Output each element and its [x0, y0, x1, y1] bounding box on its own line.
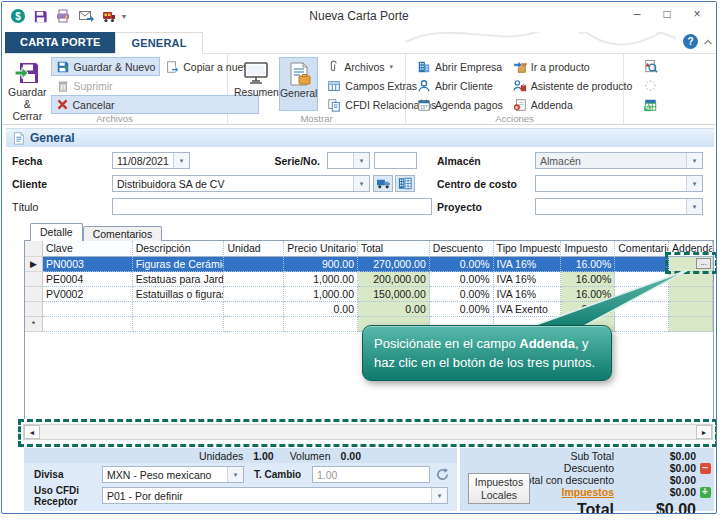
tab-general[interactable]: GENERAL: [115, 32, 202, 54]
minimize-button[interactable]: –: [622, 2, 652, 26]
divisa-select[interactable]: MXN - Peso mexicano ▾: [102, 466, 244, 483]
column-header[interactable]: Total: [358, 241, 430, 257]
grid-cell[interactable]: [224, 287, 284, 302]
abrir-empresa-button[interactable]: Abrir Empresa: [412, 57, 508, 76]
column-header[interactable]: Precio Unitario: [284, 241, 358, 257]
fecha-input[interactable]: 11/08/2021 ▾: [112, 152, 190, 169]
grid-cell[interactable]: Estatuillas o figuras ...: [133, 287, 225, 302]
grid-cell[interactable]: [133, 302, 225, 317]
tcambio-input[interactable]: 1.00: [312, 466, 430, 483]
centro-costo-dropdown-icon[interactable]: ▾: [686, 176, 702, 191]
grid-cell[interactable]: 0.00: [358, 302, 430, 317]
toolbar-options-dropdown-icon[interactable]: ▾: [122, 12, 126, 21]
unidades-value: 1.00: [253, 450, 273, 462]
tab-comentarios[interactable]: Comentarios: [83, 226, 163, 241]
column-header[interactable]: Comentarios: [615, 241, 669, 257]
section-document-icon: [12, 131, 25, 145]
help-button[interactable]: ?: [683, 34, 698, 49]
impuestos-plus-icon[interactable]: +: [700, 487, 711, 498]
grid-cell[interactable]: 150,000.00: [358, 287, 430, 302]
uso-cfdi-dropdown-icon[interactable]: ▾: [431, 488, 447, 503]
serie-input[interactable]: ▾: [327, 152, 370, 169]
proyecto-select[interactable]: ▾: [535, 198, 703, 215]
horizontal-scrollbar[interactable]: ◄ ►: [23, 424, 713, 440]
addenda-button[interactable]: e Addenda: [508, 95, 638, 114]
grid-cell[interactable]: PE0004: [43, 272, 133, 287]
ribbon-group-acciones: Abrir Empresa Abrir Cliente Agenda pagos…: [406, 54, 624, 124]
quick-print-icon[interactable]: [55, 8, 71, 24]
grid-cell[interactable]: 1,000.00: [284, 272, 358, 287]
send-email-icon[interactable]: [78, 8, 94, 24]
grid-cell[interactable]: [224, 272, 284, 287]
proyecto-dropdown-icon[interactable]: ▾: [686, 199, 702, 214]
cliente-dropdown-icon[interactable]: ▾: [353, 176, 369, 191]
grid-cell[interactable]: [284, 317, 358, 332]
fecha-dropdown-icon[interactable]: ▾: [173, 153, 189, 168]
column-header[interactable]: Impuesto: [561, 241, 615, 257]
impuestos-locales-button[interactable]: Impuestos Locales: [468, 473, 530, 504]
ribbon-group-mostrar: Resumen General Archivos ▾ Campos Extras: [228, 54, 406, 124]
tab-detalle[interactable]: Detalle: [30, 223, 83, 241]
export-excel-button[interactable]: %: [639, 95, 661, 114]
serie-dropdown-icon[interactable]: ▾: [353, 153, 369, 168]
truck-icon: [376, 177, 391, 190]
serie-label: Serie/No.: [260, 155, 320, 167]
row-selector[interactable]: ▶: [25, 257, 43, 272]
grid-cell[interactable]: [224, 257, 284, 272]
grid-cell[interactable]: Estatuas para Jardín: [133, 272, 225, 287]
almacen-select[interactable]: Almacén ▾: [535, 152, 703, 169]
guardar-nuevo-button[interactable]: Guardar & Nuevo: [51, 57, 161, 76]
uso-cfdi-select[interactable]: P01 - Por definir ▾: [102, 487, 448, 504]
row-selector[interactable]: *: [25, 317, 43, 332]
close-button[interactable]: ×: [682, 2, 712, 26]
carta-porte-vehicle-icon[interactable]: [101, 8, 117, 24]
general-view-button[interactable]: General: [279, 57, 318, 111]
row-selector[interactable]: [25, 287, 43, 302]
centro-costo-select[interactable]: ▾: [535, 175, 703, 192]
tab-carta-porte[interactable]: CARTA PORTE: [5, 32, 115, 53]
refresh-rate-icon[interactable]: [435, 467, 450, 482]
cliente-select[interactable]: Distribuidora SA de CV ▾: [112, 175, 370, 192]
column-header[interactable]: Unidad: [224, 241, 284, 257]
grid-cell[interactable]: [43, 317, 133, 332]
row-selector[interactable]: [25, 302, 43, 317]
almacen-dropdown-icon[interactable]: ▾: [686, 153, 702, 168]
grid-cell[interactable]: 0.00: [284, 302, 358, 317]
save-icon[interactable]: [33, 9, 48, 24]
product-assistant-icon: [513, 79, 527, 93]
grid-cell[interactable]: PV0002: [43, 287, 133, 302]
open-client-catalog-button[interactable]: [395, 175, 415, 192]
column-header[interactable]: Tipo Impuesto: [494, 241, 562, 257]
resumen-button[interactable]: Resumen: [234, 57, 279, 98]
grid-cell[interactable]: [224, 317, 284, 332]
descuento-minus-icon[interactable]: –: [700, 463, 711, 474]
maximize-button[interactable]: □: [652, 2, 682, 26]
grid-cell[interactable]: PN0003: [43, 257, 133, 272]
grid-cell[interactable]: Figuras de Cerámica ...: [133, 257, 225, 272]
ir-a-producto-button[interactable]: Ir a producto: [508, 57, 638, 76]
agenda-pagos-button[interactable]: Agenda pagos: [412, 95, 508, 114]
extra-fields-icon: [327, 79, 341, 93]
grid-cell[interactable]: 270,000.00: [358, 257, 430, 272]
grid-cell[interactable]: [224, 302, 284, 317]
divisa-dropdown-icon[interactable]: ▾: [227, 467, 243, 482]
grid-cell[interactable]: 200,000.00: [358, 272, 430, 287]
abrir-cliente-button[interactable]: Abrir Cliente: [412, 76, 508, 95]
grid-cell[interactable]: [43, 302, 133, 317]
grid-cell[interactable]: [133, 317, 225, 332]
app-logo-icon[interactable]: $: [10, 8, 26, 24]
scroll-left-button[interactable]: ◄: [24, 425, 40, 439]
asistente-producto-button[interactable]: Asistente de producto: [508, 76, 638, 95]
column-header[interactable]: Clave: [43, 241, 133, 257]
folio-input[interactable]: [374, 152, 417, 169]
vista-previa-button[interactable]: [639, 57, 661, 76]
collapse-ribbon-icon[interactable]: [702, 37, 714, 47]
grid-cell[interactable]: 1,000.00: [284, 287, 358, 302]
column-header[interactable]: Descripción: [133, 241, 225, 257]
column-header[interactable]: Descuento: [430, 241, 494, 257]
carta-porte-truck-button[interactable]: [373, 175, 393, 192]
scroll-right-button[interactable]: ►: [696, 425, 712, 439]
row-selector[interactable]: [25, 272, 43, 287]
grid-cell[interactable]: 900.00: [284, 257, 358, 272]
titulo-input[interactable]: [112, 198, 432, 215]
